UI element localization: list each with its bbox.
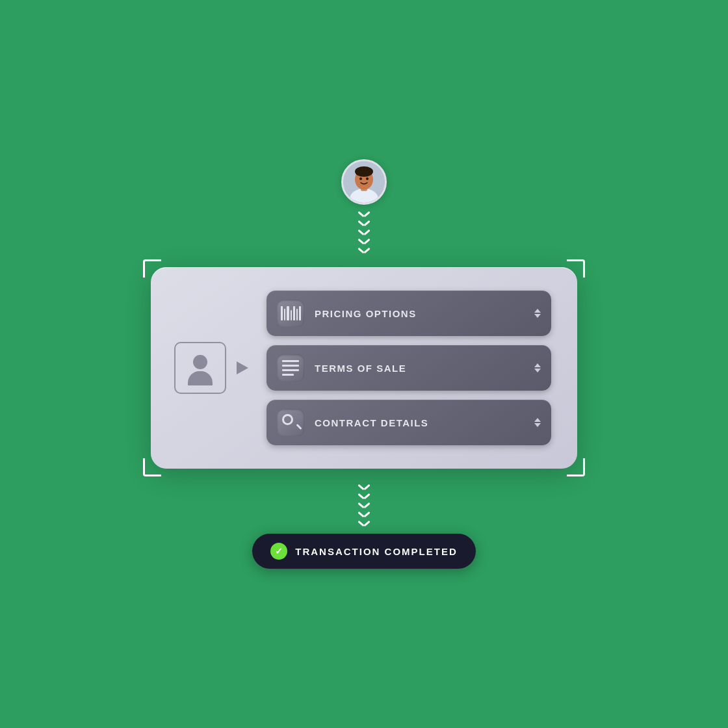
- sort-arrow-down-icon: [534, 423, 541, 427]
- list-lines-icon: [281, 359, 300, 377]
- pricing-options-icon-box: [277, 300, 304, 327]
- play-arrow-icon: [237, 361, 248, 374]
- terms-of-sale-label: TERMS OF SALE: [315, 363, 524, 374]
- check-mark: ✓: [275, 547, 283, 556]
- svg-point-6: [366, 177, 369, 180]
- chevron-b3: [357, 501, 371, 509]
- contract-details-icon-box: [277, 409, 304, 436]
- chevron-5: [357, 246, 371, 254]
- check-icon: ✓: [270, 543, 287, 560]
- pricing-options-label: PRICING OPTIONS: [315, 308, 524, 319]
- transaction-label: TRANSACTION COMPLETED: [295, 546, 458, 557]
- search-circle: [282, 414, 293, 425]
- scan-area: [174, 342, 248, 394]
- person-body: [188, 371, 213, 385]
- chevron-1: [357, 210, 371, 218]
- contract-details-sort: [534, 418, 541, 427]
- svg-point-5: [359, 177, 362, 180]
- barcode-icon: [281, 306, 301, 320]
- svg-point-4: [355, 166, 373, 177]
- person-scan-box: [174, 342, 226, 394]
- sort-arrow-up-icon: [534, 418, 541, 422]
- sort-arrow-down-icon: [534, 314, 541, 318]
- main-card: PRICING OPTIONS: [151, 267, 577, 469]
- menu-rows: PRICING OPTIONS: [266, 291, 551, 445]
- pricing-options-row[interactable]: PRICING OPTIONS: [266, 291, 551, 336]
- chevron-b1: [357, 483, 371, 491]
- chevron-4: [357, 237, 371, 245]
- search-icon: [282, 414, 299, 431]
- chevron-b5: [357, 519, 371, 527]
- transaction-badge: ✓ TRANSACTION COMPLETED: [252, 534, 476, 569]
- search-handle: [296, 424, 302, 430]
- main-scene: PRICING OPTIONS: [143, 159, 585, 569]
- chevron-b4: [357, 510, 371, 518]
- terms-of-sale-icon-box: [277, 354, 304, 382]
- chevrons-top: [357, 210, 371, 254]
- contract-details-label: CONTRACT DETAILS: [315, 417, 524, 428]
- person-head: [193, 355, 207, 369]
- chevron-3: [357, 228, 371, 236]
- terms-of-sale-sort: [534, 363, 541, 372]
- terms-of-sale-row[interactable]: TERMS OF SALE: [266, 345, 551, 391]
- person-icon: [186, 350, 214, 385]
- chevrons-bottom: [357, 483, 371, 527]
- chevron-b2: [357, 492, 371, 500]
- contract-details-row[interactable]: CONTRACT DETAILS: [266, 400, 551, 445]
- sort-arrow-up-icon: [534, 309, 541, 313]
- sort-arrow-down-icon: [534, 369, 541, 372]
- sort-arrow-up-icon: [534, 363, 541, 367]
- card-frame: PRICING OPTIONS: [143, 259, 585, 476]
- pricing-options-sort: [534, 309, 541, 318]
- chevron-2: [357, 219, 371, 227]
- avatar: [341, 159, 387, 205]
